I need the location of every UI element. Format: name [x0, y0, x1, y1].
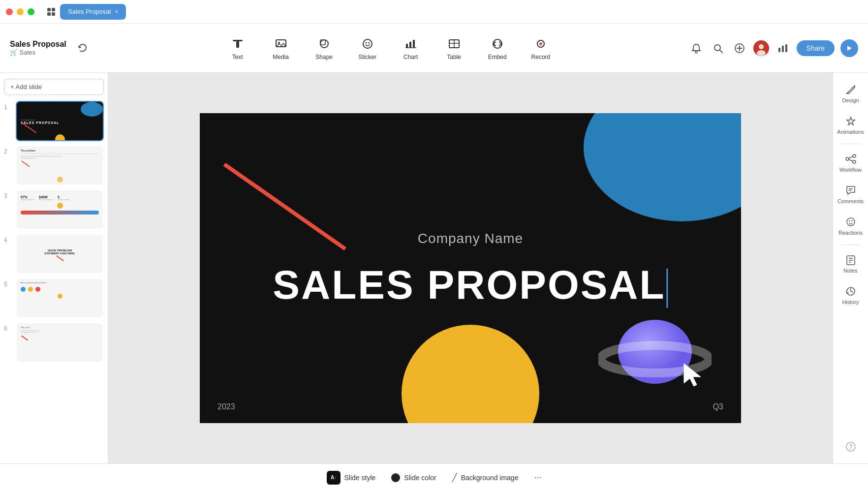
- notification-button[interactable]: [688, 40, 704, 56]
- notes-icon: [845, 254, 857, 266]
- embed-label: Embed: [488, 54, 507, 61]
- main-title-text: SALES PROPOSAL: [273, 262, 668, 308]
- record-label: Record: [531, 54, 550, 61]
- slide-item-1: 1 Company Name SALES PROPOSAL: [4, 101, 104, 141]
- animations-icon: [845, 115, 857, 127]
- slide-thumb-4[interactable]: HUGE PROBLEM STATEMENT GOES HERE.: [16, 234, 104, 274]
- tab-close-icon[interactable]: ×: [115, 8, 118, 15]
- svg-point-24: [714, 45, 720, 51]
- workflow-label: Workflow: [839, 167, 862, 173]
- slide-thumb-1[interactable]: Company Name SALES PROPOSAL: [16, 101, 104, 141]
- svg-rect-5: [236, 41, 239, 48]
- add-button[interactable]: [732, 40, 747, 56]
- stats-button[interactable]: [775, 40, 791, 56]
- history-label: History: [842, 299, 859, 305]
- blue-blob: [584, 113, 741, 221]
- background-image-item[interactable]: ╱ Background image: [452, 473, 519, 482]
- svg-point-31: [757, 50, 766, 56]
- svg-line-25: [720, 50, 722, 53]
- traffic-lights: [6, 8, 34, 15]
- text-label: Text: [232, 54, 243, 61]
- sidebar-tool-design[interactable]: Design: [835, 79, 867, 108]
- tool-record[interactable]: Record: [526, 32, 556, 64]
- history-icon: [845, 285, 857, 297]
- play-button[interactable]: [840, 39, 858, 57]
- search-button[interactable]: [710, 40, 726, 56]
- svg-rect-2: [47, 12, 51, 16]
- slide-color-item[interactable]: Slide color: [391, 473, 436, 482]
- slide-thumb-3[interactable]: 67%Customers engaged $40MRevenue this qu…: [16, 189, 104, 230]
- tool-table[interactable]: Table: [439, 32, 469, 64]
- slide-style-badge: A :: [327, 471, 341, 485]
- svg-point-23: [695, 51, 697, 53]
- add-slide-button[interactable]: + Add slide: [4, 79, 104, 95]
- chart-label: Chart: [403, 54, 418, 61]
- slide-canvas[interactable]: Company Name SALES PROPOSAL 2023 Q3: [200, 113, 741, 423]
- slide-color-label: Slide color: [404, 474, 436, 482]
- slide-item-6: 6 Why now? Lorem ipsum text lorem lorem …: [4, 322, 104, 363]
- svg-point-43: [853, 160, 856, 163]
- slide-thumb-5[interactable]: Who is impacted by this problem?: [16, 278, 104, 318]
- slide-style-item[interactable]: A : Slide style: [327, 471, 376, 485]
- toolbar-left: Sales Proposal 🛒 Sales: [10, 40, 90, 56]
- sidebar-tool-notes[interactable]: Notes: [835, 249, 867, 278]
- tool-media[interactable]: Media: [266, 32, 296, 64]
- slide-item-3: 3 67%Customers engaged $40MRevenue this …: [4, 189, 104, 230]
- svg-point-11: [365, 42, 367, 43]
- sidebar-tool-reactions[interactable]: Reactions: [835, 211, 867, 241]
- grid-icon[interactable]: [44, 5, 58, 19]
- tab-sales-proposal[interactable]: Sales Proposal ×: [60, 4, 126, 20]
- tab-label: Sales Proposal: [68, 8, 111, 15]
- svg-point-30: [759, 44, 764, 49]
- design-label: Design: [842, 97, 859, 103]
- svg-rect-33: [782, 46, 784, 52]
- notes-label: Notes: [843, 268, 858, 274]
- sidebar-tool-workflow[interactable]: Workflow: [835, 148, 867, 178]
- svg-rect-3: [52, 12, 55, 16]
- slide-style-badge-text: A: [331, 475, 334, 480]
- slide-thumb-6[interactable]: Why now? Lorem ipsum text lorem lorem lo…: [16, 322, 104, 363]
- sidebar-tool-history[interactable]: History: [835, 280, 867, 310]
- doc-subtitle: 🛒 Sales: [10, 49, 66, 56]
- share-button[interactable]: Share: [797, 40, 835, 56]
- sidebar-tool-comments[interactable]: Comments: [835, 180, 867, 209]
- sidebar-tool-animations[interactable]: Animations: [835, 110, 867, 140]
- avatar: [753, 40, 769, 56]
- tool-sticker[interactable]: Sticker: [353, 32, 382, 64]
- svg-point-49: [849, 220, 850, 221]
- tool-text[interactable]: Text: [223, 32, 252, 64]
- tool-chart[interactable]: Chart: [396, 32, 426, 64]
- svg-point-8: [320, 40, 328, 48]
- sidebar-divider-2: [841, 245, 861, 245]
- svg-rect-32: [778, 48, 780, 52]
- help-icon: [845, 441, 857, 453]
- sidebar-tool-help[interactable]: [835, 436, 867, 458]
- record-icon: [533, 36, 549, 52]
- traffic-light-red[interactable]: [6, 8, 13, 15]
- undo-button[interactable]: [74, 40, 90, 56]
- design-icon: [845, 84, 857, 95]
- svg-point-20: [493, 39, 502, 48]
- more-icon[interactable]: ···: [534, 472, 541, 483]
- table-icon: [446, 36, 462, 52]
- svg-point-55: [846, 442, 855, 451]
- tool-embed[interactable]: Embed: [483, 32, 512, 64]
- svg-point-12: [368, 42, 370, 43]
- tool-shape[interactable]: Shape: [310, 32, 339, 64]
- traffic-light-yellow[interactable]: [17, 8, 24, 15]
- svg-line-44: [849, 156, 853, 158]
- comments-icon: [845, 184, 857, 196]
- slide-panel: + Add slide 1 Company Name SALES PROPOSA…: [0, 73, 108, 463]
- chart-icon: [403, 36, 419, 52]
- slide-number-3: 3: [4, 192, 12, 199]
- traffic-light-green[interactable]: [28, 8, 34, 15]
- svg-rect-4: [233, 40, 243, 41]
- svg-line-45: [849, 159, 853, 161]
- planet-sticker: [598, 310, 712, 394]
- slide-thumb-2[interactable]: The problem Lorem ipsum text lorem lorem…: [16, 145, 104, 185]
- more-options-item[interactable]: ···: [534, 472, 541, 483]
- text-cursor: [667, 269, 668, 308]
- svg-point-42: [853, 154, 856, 157]
- doc-title: Sales Proposal: [10, 40, 66, 49]
- reactions-icon: [845, 216, 857, 228]
